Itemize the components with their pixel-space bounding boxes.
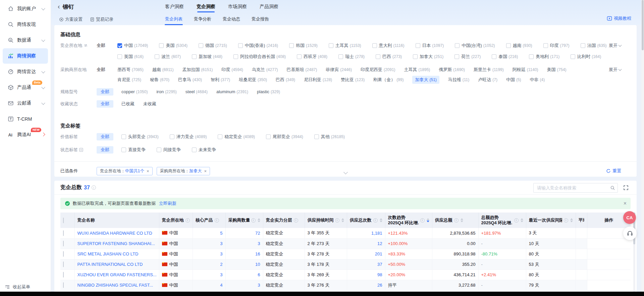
checkbox[interactable] xyxy=(581,43,585,48)
sidebar-item-4[interactable]: 商情洞察 xyxy=(3,48,48,64)
info-icon[interactable]: i xyxy=(215,218,219,223)
row-checkbox[interactable] xyxy=(63,251,64,257)
checkbox-option[interactable]: 印度(797) xyxy=(543,41,570,51)
sort-desc-icon[interactable] xyxy=(461,221,463,222)
checkbox-option[interactable]: 潜力竞企(4089) xyxy=(170,132,207,142)
table-scrollbar[interactable] xyxy=(633,213,635,295)
info-icon[interactable]: i xyxy=(294,218,298,223)
checkbox-option[interactable]: 加拿大(251) xyxy=(413,52,443,62)
checkbox[interactable] xyxy=(338,54,343,59)
filter-option[interactable]: 阿根廷(1140) xyxy=(513,65,538,75)
filter-option[interactable]: 巴西(349) xyxy=(276,75,295,85)
row-checkbox[interactable] xyxy=(63,282,64,288)
sort-asc-icon[interactable] xyxy=(380,218,382,220)
checkbox[interactable] xyxy=(192,54,197,59)
fullscreen-icon[interactable] xyxy=(623,185,629,192)
tab-2[interactable]: 竞企洞察 xyxy=(197,0,215,13)
checkbox-option[interactable]: 奥地利(171) xyxy=(529,52,559,62)
filter-option[interactable]: iron(2295) xyxy=(156,87,176,97)
checkbox[interactable] xyxy=(376,54,380,59)
sort-asc-icon[interactable] xyxy=(427,218,429,220)
filter-option[interactable]: copper(1050) xyxy=(121,87,148,97)
sort-control[interactable] xyxy=(380,218,382,222)
filter-option[interactable]: 肯尼亚(725) xyxy=(117,75,141,85)
close-icon[interactable]: × xyxy=(624,201,627,206)
checkbox[interactable] xyxy=(297,54,302,59)
cell-buyers[interactable]: 6 xyxy=(225,270,263,280)
subtab-3[interactable]: 竞企动态 xyxy=(223,13,240,25)
checkbox[interactable] xyxy=(155,54,159,59)
info-icon[interactable]: i xyxy=(251,218,256,223)
sort-control[interactable] xyxy=(570,218,573,222)
filter-option[interactable]: 土耳其(1895) xyxy=(404,65,430,75)
checkbox[interactable] xyxy=(233,54,238,59)
plan-settings-button[interactable]: 方案设置 xyxy=(59,16,83,22)
sidebar-item-9[interactable]: Ai腾道AINEW xyxy=(3,127,48,142)
cell-buyers[interactable]: 3 xyxy=(225,280,263,290)
filter-option[interactable]: 印度尼西亚(2091) xyxy=(361,65,395,75)
filter-option[interactable]: 孟加拉国(6151) xyxy=(182,65,213,75)
info-icon[interactable]: i xyxy=(185,218,190,223)
sort-asc-icon[interactable] xyxy=(341,218,344,220)
remove-condition-icon[interactable]: × xyxy=(204,169,207,174)
checkbox[interactable] xyxy=(199,43,203,48)
checkbox[interactable] xyxy=(571,54,575,59)
sort-control[interactable] xyxy=(521,218,523,222)
expand-company-location[interactable]: 展开 xyxy=(609,41,621,51)
back-chevron-icon[interactable]: ‹ xyxy=(58,3,60,10)
cell-times[interactable]: 201 xyxy=(347,249,385,259)
checkbox-option[interactable]: 波兰(607) xyxy=(155,52,181,62)
sort-desc-icon[interactable] xyxy=(258,221,260,222)
cell-times[interactable]: 1,181 xyxy=(347,228,385,238)
checkbox[interactable] xyxy=(192,147,197,152)
info-icon[interactable]: i xyxy=(514,218,519,223)
sort-desc-icon[interactable] xyxy=(570,221,573,222)
filter-option[interactable]: 越南(6911) xyxy=(152,65,174,75)
row-checkbox[interactable] xyxy=(63,261,64,267)
info-icon[interactable]: i xyxy=(420,218,425,223)
sidebar-item-7[interactable]: 云邮通 xyxy=(3,96,48,111)
checkbox[interactable] xyxy=(238,43,243,48)
checkbox-option[interactable]: 稳定竞企(4089) xyxy=(218,132,255,142)
filter-option[interactable]: 智利(377) xyxy=(211,75,230,85)
checkbox[interactable] xyxy=(455,43,460,48)
search-icon[interactable] xyxy=(610,185,615,192)
filter-option[interactable]: 坦桑尼亚(350) xyxy=(239,75,267,85)
sort-desc-icon[interactable] xyxy=(380,221,382,222)
checkbox-option[interactable]: 德国(2715) xyxy=(199,41,227,51)
checkbox[interactable] xyxy=(529,54,534,59)
filter-option[interactable]: 菲律宾(2446) xyxy=(326,65,352,75)
reset-button[interactable]: 重置 xyxy=(606,168,621,174)
filter-option[interactable]: 秘鲁(670) xyxy=(150,75,169,85)
all-option-chip[interactable]: 全部 xyxy=(97,145,113,156)
checkbox-option[interactable]: 中国(17049) xyxy=(117,41,148,51)
checkbox-option[interactable]: 直接竞争 xyxy=(121,145,146,155)
checkbox-option[interactable]: 尾部竞企(3944) xyxy=(266,132,303,142)
cell-buyers[interactable]: 72 xyxy=(225,228,263,238)
trade-records-button[interactable]: 贸易记录 xyxy=(90,16,113,22)
cell-buyers[interactable]: 10 xyxy=(225,259,263,270)
page-scrollbar[interactable] xyxy=(641,0,644,292)
info-icon[interactable]: i xyxy=(564,218,568,223)
company-name-link[interactable]: NINGBO ZHISHANG SPECIAL FAST... xyxy=(77,283,153,288)
checkbox-option[interactable]: 中国(香港)(2416) xyxy=(238,41,278,51)
filter-option[interactable]: aluminum(2391) xyxy=(216,87,248,97)
filter-option[interactable]: 马拉维(11) xyxy=(448,75,469,85)
subtab-1[interactable]: 竞企列表 xyxy=(165,13,182,25)
all-option-chip[interactable]: 全部 xyxy=(97,132,113,143)
collapse-filters-button[interactable] xyxy=(338,170,353,175)
checkbox-option[interactable]: 意大利(1116) xyxy=(372,41,405,51)
cell-core[interactable]: 5 xyxy=(193,228,225,238)
filter-option[interactable]: 加拿大(51) xyxy=(412,76,439,84)
checkbox[interactable] xyxy=(159,43,164,48)
sort-asc-icon[interactable] xyxy=(461,218,463,220)
selected-condition-chip[interactable]: 竞企所在地：中国共1个× xyxy=(97,167,153,175)
all-option-chip[interactable]: 全部 xyxy=(97,99,113,109)
expand-buyer-location[interactable]: 展开 xyxy=(609,65,621,75)
selected-condition-chip[interactable]: 采购商所在地：加拿大× xyxy=(157,167,210,175)
checkbox[interactable] xyxy=(157,147,161,152)
tab-1[interactable]: 客户洞察 xyxy=(165,0,184,13)
filter-option[interactable]: 俄罗斯(1690) xyxy=(439,65,465,75)
checkbox[interactable] xyxy=(218,134,222,139)
checkbox-option[interactable]: 间接竞争 xyxy=(157,145,181,155)
